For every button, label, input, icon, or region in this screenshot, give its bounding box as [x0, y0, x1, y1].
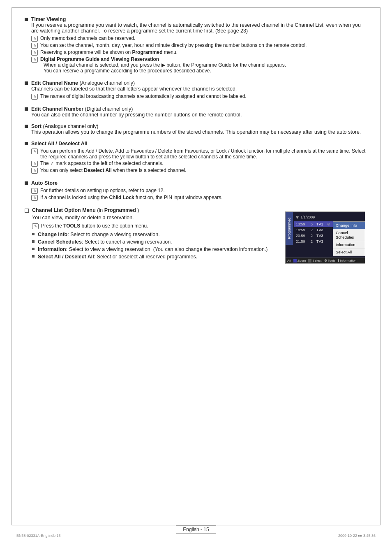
main-content: Timer Viewing If you reserve a programme… — [25, 12, 367, 264]
note-icon-1: ✎ — [31, 36, 38, 42]
title-suffix-edit-ch-num: (Digital channel only) — [85, 106, 133, 112]
note-text-auto-1: For further details on setting up option… — [40, 188, 165, 193]
body-edit-ch-num: You can also edit the channel number by … — [31, 112, 242, 118]
bottom-meta: BN68-02331A-Eng.indb 15 2009-10-22 ￭￭ 3:… — [16, 534, 376, 538]
ch-item-2-text: Cancel Schedules: Select to cancel a vie… — [38, 239, 172, 245]
ch-list-body: You can view, modify or delete a reserva… — [32, 215, 277, 221]
tv-time-3: 21:59 — [296, 239, 309, 244]
note-text-2: You can set the channel, month, day, yea… — [40, 42, 307, 48]
tv-icon-0: ⊙ — [327, 222, 331, 226]
title-auto-store: Auto Store — [31, 180, 58, 186]
tv-num-2: 2 — [311, 234, 315, 238]
note-2: ✎ You can set the channel, month, day, y… — [31, 42, 367, 49]
ch-item-2: Cancel Schedules: Select to cancel a vie… — [32, 239, 277, 245]
tv-content: ♥ 1/1/2009 13:59 5 — [293, 212, 365, 258]
bullet-icon — [25, 18, 28, 21]
border-top — [12, 7, 380, 8]
tv-screenshot-container: Programmed ♥ 1/1/2009 — [285, 207, 367, 264]
title-select-all: Select All / Deselect All — [31, 141, 88, 146]
note-icon-sel-3: ✎ — [31, 168, 38, 174]
title-suffix-edit-ch-name: (Analogue channel only) — [79, 80, 135, 86]
note-select-3: ✎ You can only select Deselect All when … — [31, 167, 367, 174]
note-icon-sel-2: ✎ — [31, 161, 38, 167]
tv-row-1: 18:59 2 TV3 — [294, 227, 333, 233]
bullet-icon-6 — [25, 181, 28, 185]
tv-time-0: 13:59 — [296, 222, 309, 226]
section-select-all: Select All / Deselect All ✎ You can perf… — [25, 141, 367, 174]
title-suffix-sort: (Analogue channel only) — [43, 123, 98, 129]
tv-row-2: 20:59 2 TV3 — [294, 233, 333, 239]
bullet-ch-2 — [32, 240, 35, 243]
note-text-sel-2: The ✓ mark appears to the left of the se… — [40, 160, 164, 166]
section-sort: Sort (Analogue channel only) This operat… — [25, 123, 367, 135]
tv-footer-info: ℹ Information — [338, 259, 356, 262]
tv-footer-tools: ⚙ Tools — [324, 259, 336, 262]
footer-label: English - 15 — [176, 525, 216, 534]
note-text-sel-1: You can perform the Add / Delete, Add to… — [40, 148, 367, 160]
bullet-ch-3 — [32, 248, 35, 250]
bullet-ch-4 — [32, 255, 35, 258]
section-edit-channel-number: Edit Channel Number (Digital channel onl… — [25, 106, 367, 118]
note-1: ✎ Only memorised channels can be reserve… — [31, 35, 367, 42]
body-sort: This operation allows you to change the … — [31, 129, 361, 135]
tv-menu: Change Info Cancel Schedules Information… — [333, 221, 365, 256]
note-icon-edit-ch: ✎ — [31, 94, 38, 100]
note-auto-2: ✎ If a channel is locked using the Child… — [31, 195, 223, 201]
section-timer-viewing: Timer Viewing If you reserve a programme… — [25, 16, 367, 74]
tv-footer: All Zoom Select — [286, 258, 365, 263]
meta-left: BN68-02331A-Eng.indb 15 — [16, 534, 61, 538]
ch-item-4-text: Select All / Deselect All: Select or des… — [38, 254, 197, 260]
ch-item-4: Select All / Deselect All: Select or des… — [32, 254, 277, 260]
bullet-icon-3 — [25, 107, 28, 111]
tv-programmed-label: Programmed — [286, 212, 293, 245]
bullet-icon-4 — [25, 125, 28, 128]
body-edit-ch-name: Channels can be labeled so that their ca… — [31, 86, 237, 92]
tv-ch-0: TV1 — [316, 222, 325, 226]
note-text-1: Only memorised channels can be reserved. — [40, 35, 135, 41]
note-select-1: ✎ You can perform the Add / Delete, Add … — [31, 148, 367, 160]
info-label: Information — [340, 259, 356, 262]
tv-menu-item-2[interactable]: Information — [333, 241, 365, 248]
tv-menu-item-3[interactable]: Select All — [333, 248, 365, 256]
tv-menu-item-0[interactable]: Change Info — [333, 222, 365, 229]
zoom-label: Zoom — [297, 259, 306, 262]
note-auto-1: ✎ For further details on setting up opti… — [31, 188, 223, 194]
title-edit-ch-name: Edit Channel Name — [31, 80, 78, 86]
note-icon-auto-1: ✎ — [31, 188, 38, 194]
tv-num-3: 2 — [311, 239, 315, 244]
zoom-color-box — [293, 259, 297, 262]
tv-ch-1: TV3 — [316, 228, 325, 232]
tv-row-3: 21:59 2 TV3 — [294, 239, 333, 244]
tv-menu-item-1[interactable]: Cancel Schedules — [333, 229, 365, 241]
checkbox-bullet-icon — [25, 209, 29, 213]
ch-item-3-text: Information: Select to view a viewing re… — [38, 246, 268, 252]
tools-label: Tools — [328, 259, 336, 262]
note-select-2: ✎ The ✓ mark appears to the left of the … — [31, 160, 367, 167]
note-icon-4: ✎ — [31, 57, 38, 63]
page-footer: English - 15 — [0, 525, 392, 534]
page-wrapper: Timer Viewing If you reserve a programme… — [0, 0, 392, 541]
section-body-timer-viewing: If you reserve a programme you want to w… — [31, 22, 361, 34]
section-auto-store: Auto Store ✎ For further details on sett… — [25, 180, 367, 202]
tv-footer-all: All — [287, 259, 291, 262]
tools-icon: ⚙ — [324, 259, 327, 262]
tv-footer-select: Select — [308, 259, 321, 262]
title-edit-ch-num: Edit Channel Number — [31, 106, 83, 112]
tv-time-1: 18:59 — [296, 228, 309, 232]
sub-note-line-2: You can reserve a programme according to… — [44, 68, 286, 74]
border-right — [380, 7, 380, 525]
note-icon-3: ✎ — [31, 50, 38, 56]
tv-row-0: 13:59 5 TV1 ⊙ — [294, 221, 333, 227]
note-text-auto-2: If a channel is locked using the Child L… — [40, 195, 223, 200]
ch-item-1-text: Change Info: Select to change a viewing … — [38, 232, 160, 237]
sub-note-title: Digital Programme Guide and Viewing Rese… — [40, 56, 159, 62]
bullet-icon-2 — [25, 81, 28, 85]
sub-note-line-1: When a digital channel is selected, and … — [44, 62, 286, 68]
tv-date: 1/1/2009 — [300, 215, 315, 219]
note-edit-ch-name: ✎ The names of digital broadcasting chan… — [31, 93, 247, 100]
tv-time-2: 20:59 — [296, 234, 309, 238]
tv-footer-zoom: Zoom — [293, 259, 306, 262]
select-color-box — [308, 259, 311, 262]
info-icon: ℹ — [338, 259, 339, 262]
note-icon-press: ✎ — [32, 223, 39, 229]
